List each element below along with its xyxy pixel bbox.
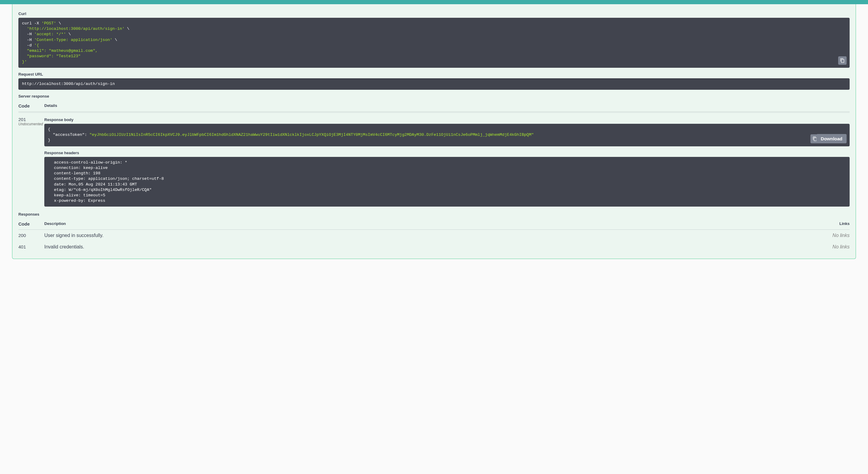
server-response-code-cell: 201 Undocumented	[19, 114, 44, 126]
response-description: User signed in successfully.	[44, 233, 826, 238]
responses-header-row: Code Description Links	[19, 218, 849, 230]
server-response-details-cell: Response body { "accessToken": "eyJhbGci…	[44, 114, 849, 211]
response-row: 401 Invalid credentials. No links	[19, 241, 849, 253]
response-headers-content: access-control-allow-origin: * connectio…	[48, 160, 846, 204]
responses-description-header: Description	[44, 221, 826, 227]
copy-curl-button[interactable]	[838, 56, 846, 65]
download-button[interactable]: Download	[816, 134, 846, 143]
curl-content: curl -X 'POST' \ 'http://localhost:3000/…	[22, 21, 846, 65]
clipboard-icon	[840, 58, 845, 63]
request-url-label: Request URL	[19, 72, 849, 76]
response-headers-label: Response headers	[44, 150, 849, 155]
code-column-header: Code	[19, 103, 44, 108]
responses-label: Responses	[19, 212, 849, 216]
response-body-block: { "accessToken": "eyJhbGciOiJIUzI1NiIsIn…	[44, 124, 849, 146]
server-response-header-row: Code Details	[19, 100, 849, 112]
status-code: 201	[19, 117, 44, 122]
response-links: No links	[826, 244, 849, 250]
response-links: No links	[826, 233, 849, 238]
curl-block: curl -X 'POST' \ 'http://localhost:3000/…	[19, 18, 849, 68]
operation-panel: Curl curl -X 'POST' \ 'http://localhost:…	[12, 4, 856, 259]
response-description: Invalid credentials.	[44, 244, 826, 250]
response-row: 200 User signed in successfully. No link…	[19, 230, 849, 241]
top-accent-bar	[0, 0, 868, 4]
response-code: 401	[19, 244, 44, 249]
request-url-block: http://localhost:3000/api/auth/sign-in	[19, 78, 849, 90]
response-code: 200	[19, 233, 44, 238]
responses-links-header: Links	[826, 221, 849, 227]
response-body-content: { "accessToken": "eyJhbGciOiJIUzI1NiIsIn…	[48, 127, 846, 143]
server-response-row: 201 Undocumented Response body { "access…	[19, 112, 849, 211]
request-url-value: http://localhost:3000/api/auth/sign-in	[22, 81, 846, 87]
details-column-header: Details	[44, 103, 849, 108]
response-headers-block: access-control-allow-origin: * connectio…	[44, 157, 849, 207]
server-response-label: Server response	[19, 94, 849, 99]
responses-code-header: Code	[19, 221, 44, 227]
undocumented-label: Undocumented	[19, 122, 44, 126]
response-body-label: Response body	[44, 117, 849, 122]
curl-label: Curl	[19, 11, 849, 16]
